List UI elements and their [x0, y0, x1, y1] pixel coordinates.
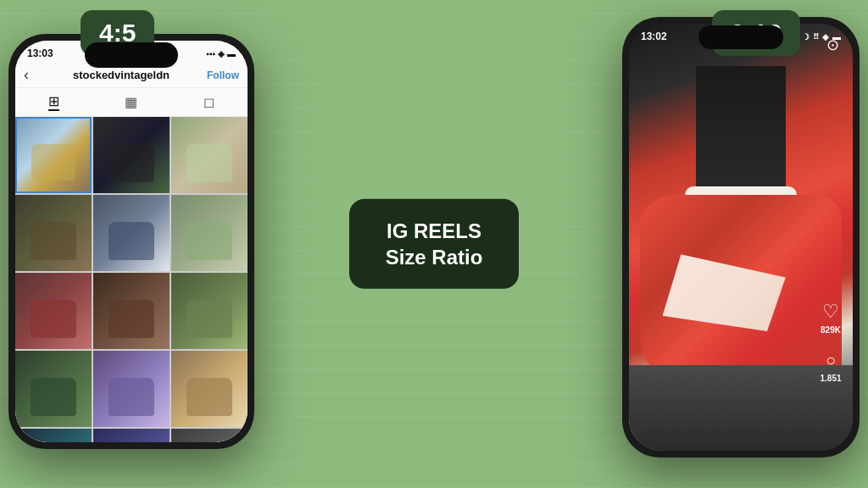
right-phone: 13:02 ☽ ⠿ ◈ ▬ ⊙ ♡ 829K ○ 1.851: [622, 17, 860, 458]
grid-item[interactable]: [171, 351, 248, 427]
tab-tagged[interactable]: ◻: [203, 94, 214, 110]
shoe-background: [629, 24, 853, 451]
heart-count: 829K: [821, 325, 841, 335]
heart-icon: ♡: [819, 300, 843, 324]
left-phone-screen: 13:03 ▪▪▪ ◈ ▬ ‹ stockedvintageldn Follow…: [15, 41, 248, 442]
center-card-line1: IG REELS: [376, 218, 492, 244]
status-icons-left: ▪▪▪ ◈ ▬: [206, 49, 236, 58]
center-card: IG REELS Size Ratio: [349, 199, 519, 289]
heart-group[interactable]: ♡ 829K: [819, 300, 843, 335]
dynamic-island-left: [85, 42, 178, 68]
grid-item[interactable]: [15, 195, 92, 271]
signal-icon: ▪▪▪: [206, 49, 215, 58]
grid-item[interactable]: [171, 273, 248, 349]
grid-item[interactable]: [15, 429, 92, 442]
moon-icon: ☽: [802, 32, 810, 42]
tab-reels[interactable]: ▦: [125, 94, 137, 110]
battery-icon: ▬: [227, 49, 236, 58]
center-card-line2: Size Ratio: [376, 244, 492, 270]
comment-icon: ○: [819, 348, 843, 372]
grid-item[interactable]: [93, 429, 170, 442]
time-right: 13:02: [641, 30, 667, 42]
left-phone: 13:03 ▪▪▪ ◈ ▬ ‹ stockedvintageldn Follow…: [8, 34, 254, 449]
back-arrow-icon[interactable]: ‹: [24, 66, 29, 84]
grid-item[interactable]: [171, 429, 248, 442]
grid-item[interactable]: [15, 351, 92, 427]
right-phone-screen: 13:02 ☽ ⠿ ◈ ▬ ⊙ ♡ 829K ○ 1.851: [629, 24, 853, 451]
grid-item[interactable]: [171, 117, 248, 193]
follow-button[interactable]: Follow: [207, 69, 239, 81]
grid-item[interactable]: [93, 195, 170, 271]
grid-item[interactable]: [15, 117, 92, 193]
camera-icon[interactable]: ⊙: [826, 36, 839, 54]
photo-grid: [15, 117, 248, 442]
grid-item[interactable]: [171, 195, 248, 271]
grid-item[interactable]: [93, 351, 170, 427]
profile-tabs: ⊞ ▦ ◻: [15, 88, 248, 117]
username-label: stockedvintageldn: [36, 69, 207, 81]
comment-group[interactable]: ○ 1.851: [819, 348, 843, 383]
right-overlay: ♡ 829K ○ 1.851: [819, 300, 843, 383]
grid-item[interactable]: [93, 117, 170, 193]
grid-icon: ⠿: [813, 32, 819, 42]
grid-item[interactable]: [15, 273, 92, 349]
time-left: 13:03: [27, 47, 53, 59]
tab-grid[interactable]: ⊞: [48, 93, 59, 111]
grid-item[interactable]: [93, 273, 170, 349]
comment-count: 1.851: [820, 374, 841, 383]
dynamic-island-right: [698, 25, 783, 49]
wifi-icon: ◈: [218, 49, 225, 58]
